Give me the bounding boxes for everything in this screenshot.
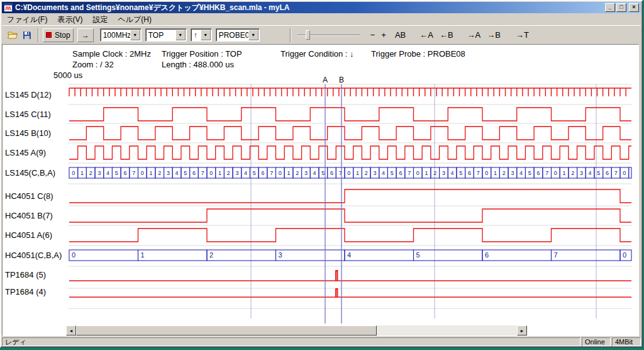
chevron-down-icon[interactable]: ▼ (130, 30, 140, 40)
menu-help[interactable]: ヘルプ(H) (113, 14, 157, 26)
scroll-right-arrow-icon[interactable]: ► (517, 325, 527, 336)
scroll-left-arrow-icon[interactable]: ◄ (66, 325, 76, 336)
trigger-position-value: TOP (146, 31, 175, 40)
chevron-down-icon[interactable]: ▼ (201, 30, 211, 40)
sample-clock-value: 100MHz (101, 31, 130, 40)
toolbar-separator (38, 28, 39, 42)
save-floppy-icon (23, 31, 31, 40)
menu-settings[interactable]: 設定 (87, 14, 113, 26)
statusbar: レディ Online 4MBit (2, 337, 641, 346)
goto-trigger-button[interactable]: →T (513, 28, 531, 42)
sample-clock-info: Sample Clock : 2MHz (72, 49, 151, 59)
horizontal-scrollbar[interactable]: ◄ ► (66, 325, 527, 336)
app-icon (4, 3, 13, 12)
zoom-in-button[interactable]: + (379, 28, 389, 42)
open-file-button[interactable] (5, 28, 20, 42)
titlebar[interactable]: C:¥Documents and Settings¥noname¥デスクトップ¥… (2, 2, 641, 13)
status-memory: 4MBit (612, 337, 641, 346)
status-ready: レディ (2, 337, 580, 346)
goto-cursor-b-left-button[interactable]: ←B (437, 28, 456, 42)
chevron-down-icon[interactable]: ▼ (248, 30, 258, 40)
trigger-edge-select[interactable]: ↑ ▼ (191, 28, 212, 42)
stop-label: Stop (55, 31, 70, 40)
trigger-edge-value: ↑ (191, 31, 201, 40)
zoom-info: Zoom : / 32 (72, 60, 114, 69)
menu-view[interactable]: 表示(V) (52, 14, 87, 26)
zoom-out-button[interactable]: − (368, 28, 378, 42)
zoom-slider-handle[interactable] (306, 30, 310, 40)
length-info: Length : 488.000 us (162, 60, 234, 69)
trigger-probe-info: Trigger Probe : PROBE08 (371, 49, 465, 59)
window-title: C:¥Documents and Settings¥noname¥デスクトップ¥… (15, 3, 604, 13)
goto-cursor-b-right-button[interactable]: →B (484, 28, 503, 42)
open-folder-icon (8, 31, 18, 39)
minimize-button[interactable]: _ (605, 3, 615, 12)
close-button[interactable]: × (629, 3, 639, 12)
app-window: C:¥Documents and Settings¥noname¥デスクトップ¥… (0, 0, 643, 347)
stop-button[interactable]: Stop (43, 28, 74, 42)
scrollbar-thumb[interactable] (76, 325, 377, 336)
sample-clock-select[interactable]: 100MHz ▼ (100, 28, 142, 42)
maximize-button[interactable]: □ (616, 3, 626, 12)
trigger-position-info: Trigger Position : TOP (162, 49, 242, 59)
time-origin-label: 5000 us (53, 71, 82, 80)
stop-icon (46, 32, 52, 38)
goto-cursor-a-right-button[interactable]: →A (465, 28, 484, 42)
cursor-ab-button[interactable]: AB (392, 28, 408, 42)
waveform-panel[interactable] (2, 44, 639, 336)
trigger-probe-value: PROBE00 (216, 31, 248, 40)
toolbar: Stop → 100MHz ▼ TOP ▼ ↑ ▼ PROBE00 ▼ − + … (2, 25, 641, 44)
run-button[interactable]: → (77, 28, 94, 42)
save-file-button[interactable] (20, 28, 34, 42)
menu-file[interactable]: ファイル(F) (2, 14, 52, 26)
toolbar-separator (290, 28, 291, 42)
menubar: ファイル(F) 表示(V) 設定 ヘルプ(H) (2, 14, 641, 25)
status-online: Online (582, 337, 611, 346)
zoom-slider[interactable] (297, 28, 360, 42)
chevron-down-icon[interactable]: ▼ (175, 30, 186, 40)
goto-cursor-a-left-button[interactable]: ←A (417, 28, 436, 42)
trigger-position-select[interactable]: TOP ▼ (145, 28, 187, 42)
trigger-condition-info: Trigger Condition : ↓ (280, 49, 354, 59)
trigger-probe-select[interactable]: PROBE00 ▼ (216, 28, 260, 42)
